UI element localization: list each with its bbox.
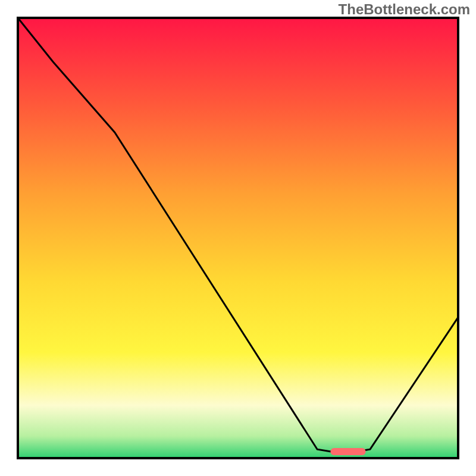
bottleneck-chart bbox=[0, 0, 476, 476]
watermark-text: TheBottleneck.com bbox=[339, 1, 470, 18]
optimal-marker bbox=[330, 448, 365, 455]
gradient-background bbox=[18, 18, 458, 458]
plot-area bbox=[18, 18, 458, 458]
chart-container: TheBottleneck.com bbox=[0, 0, 476, 476]
